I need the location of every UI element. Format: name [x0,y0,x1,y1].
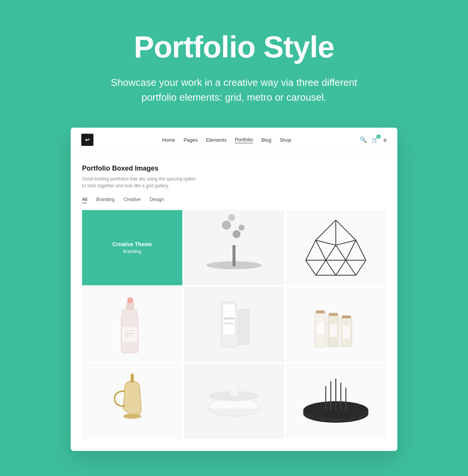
item-featured-category: Branding [123,249,141,254]
svg-rect-1 [232,245,236,266]
portfolio-section-title: Portfolio Boxed Images [82,164,386,172]
cart-badge: 0 [376,134,381,139]
portfolio-item-3[interactable] [82,287,182,362]
hero-subtitle: Showcase your work in a creative way via… [101,75,367,105]
nav-home[interactable]: Home [162,137,176,143]
svg-line-7 [336,220,356,240]
filter-creative[interactable]: Creative [123,197,141,203]
nav-elements[interactable]: Elements [206,137,226,143]
hero-section: Portfolio Style Showcase your work in a … [0,0,468,128]
svg-rect-39 [238,309,249,344]
portfolio-section-desc: Good looking portfolios that are using t… [82,176,196,189]
nav-pages[interactable]: Pages [183,137,198,143]
browser-content: Portfolio Boxed Images Good looking port… [71,152,397,451]
item-featured-name: Creative Theme [112,241,152,247]
product-illustration-1 [184,210,284,285]
site-logo[interactable]: ↩ [81,134,93,146]
filter-design[interactable]: Design [150,197,164,203]
portfolio-item-2[interactable] [286,210,386,285]
product-illustration-5 [286,287,386,362]
svg-line-16 [336,245,346,260]
svg-line-13 [356,240,366,260]
portfolio-item-4[interactable]: SERPH BRAND [184,287,284,362]
product-illustration-6 [82,364,182,439]
nav-links: Home Pages Elements Portfolio Blog Shop [162,137,291,143]
svg-point-33 [127,297,133,304]
svg-line-22 [326,260,336,275]
svg-point-2 [222,221,231,230]
product-illustration-3 [82,287,182,362]
svg-line-20 [306,260,316,275]
svg-rect-45 [343,326,349,338]
product-illustration-4: SERPH BRAND [184,287,284,362]
svg-line-14 [336,240,356,245]
product-illustration-2 [286,210,386,285]
svg-line-6 [316,220,336,240]
nav-blog[interactable]: Blog [261,137,271,143]
svg-point-50 [123,414,141,419]
svg-line-21 [316,260,326,275]
browser-window: ↩ Home Pages Elements Portfolio Blog Sho… [71,128,397,451]
filter-tabs: All Branding Creative Design [82,197,386,203]
portfolio-grid: Creative Theme Branding [82,210,386,439]
svg-line-23 [336,260,346,275]
svg-line-9 [306,240,316,260]
svg-line-24 [346,260,356,275]
browser-nav: ↩ Home Pages Elements Portfolio Blog Sho… [71,128,397,152]
nav-portfolio[interactable]: Portfolio [235,137,253,143]
svg-text:BRAND: BRAND [225,322,233,325]
search-icon[interactable]: 🔍 [360,136,367,143]
svg-line-10 [316,240,326,260]
menu-icon[interactable]: ≡ [383,137,387,143]
product-illustration-8 [286,364,386,439]
filter-all[interactable]: All [82,197,87,203]
svg-line-11 [316,240,336,245]
cart-icon-wrap[interactable]: 🛒 0 [372,136,379,143]
svg-rect-44 [330,324,337,337]
svg-rect-29 [122,327,138,342]
svg-point-5 [239,225,245,231]
portfolio-item-6[interactable] [82,364,182,439]
logo-icon: ↩ [85,137,90,143]
svg-rect-49 [131,373,134,383]
filter-branding[interactable]: Branding [96,197,114,203]
svg-text:SERPH: SERPH [224,317,234,320]
nav-icons: 🔍 🛒 0 ≡ [360,136,387,143]
hero-title: Portfolio Style [134,30,334,64]
portfolio-item-8[interactable] [286,364,386,439]
svg-point-4 [228,214,235,221]
svg-rect-47 [329,313,338,316]
svg-point-3 [232,230,240,238]
nav-shop[interactable]: Shop [280,137,291,143]
svg-line-15 [326,245,336,260]
svg-rect-43 [317,322,324,334]
portfolio-item-5[interactable] [286,287,386,362]
svg-rect-48 [342,315,351,318]
product-illustration-7 [184,364,284,439]
svg-line-25 [356,260,366,275]
portfolio-item-featured[interactable]: Creative Theme Branding [82,210,182,285]
portfolio-item-7[interactable] [184,364,284,439]
portfolio-item-1[interactable] [184,210,284,285]
svg-line-12 [346,240,356,260]
svg-rect-46 [316,310,325,313]
